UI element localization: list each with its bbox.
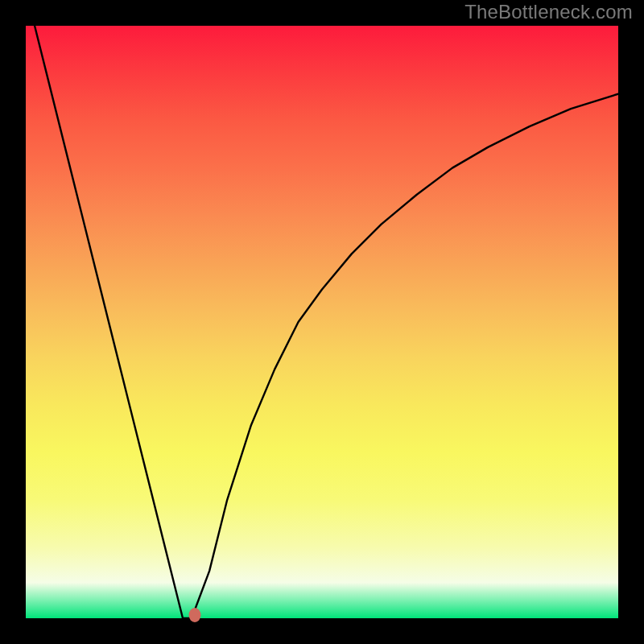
chart-frame: TheBottleneck.com (0, 0, 644, 644)
curve-svg (26, 26, 618, 618)
plot-area (26, 26, 618, 618)
minimum-marker (188, 608, 200, 622)
watermark-text: TheBottleneck.com (464, 1, 633, 23)
bottleneck-curve (26, 26, 618, 618)
